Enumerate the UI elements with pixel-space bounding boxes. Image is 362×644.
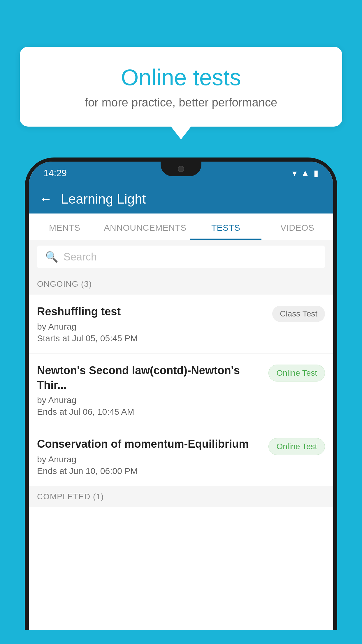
test-by-2: by Anurag: [37, 395, 263, 405]
test-badge-2: Online Test: [268, 365, 325, 382]
tab-videos[interactable]: VIDEOS: [261, 214, 333, 240]
app-header: ← Learning Light: [29, 184, 333, 214]
phone-container: 14:29 ▾ ▲ ▮ ← Learning Light MENTS ANNOU…: [25, 158, 337, 644]
phone-screen: 14:29 ▾ ▲ ▮ ← Learning Light MENTS ANNOU…: [29, 162, 333, 630]
test-item-1[interactable]: Reshuffling test by Anurag Starts at Jul…: [29, 295, 333, 354]
back-button[interactable]: ←: [39, 192, 52, 205]
tabs-bar: MENTS ANNOUNCEMENTS TESTS VIDEOS: [29, 214, 333, 240]
search-container: 🔍 Search: [29, 240, 333, 274]
test-badge-1: Class Test: [272, 306, 325, 322]
test-item-3[interactable]: Conservation of momentum-Equilibrium by …: [29, 427, 333, 486]
status-bar: 14:29 ▾ ▲ ▮: [29, 162, 333, 184]
test-item-2[interactable]: Newton's Second law(contd)-Newton's Thir…: [29, 354, 333, 427]
tab-ments[interactable]: MENTS: [29, 214, 101, 240]
bubble-title: Online tests: [40, 64, 322, 91]
test-by-1: by Anurag: [37, 322, 266, 332]
status-icons: ▾ ▲ ▮: [292, 168, 319, 178]
speech-bubble-container: Online tests for more practice, better p…: [20, 47, 342, 127]
search-bar[interactable]: 🔍 Search: [37, 246, 325, 268]
test-info-2: Newton's Second law(contd)-Newton's Thir…: [37, 363, 263, 417]
tab-announcements[interactable]: ANNOUNCEMENTS: [101, 214, 190, 240]
test-name-2: Newton's Second law(contd)-Newton's Thir…: [37, 363, 263, 392]
test-name-3: Conservation of momentum-Equilibrium: [37, 437, 263, 451]
signal-icon: ▲: [301, 168, 310, 178]
tab-tests[interactable]: TESTS: [190, 214, 262, 240]
notch: [161, 162, 201, 176]
phone-frame: 14:29 ▾ ▲ ▮ ← Learning Light MENTS ANNOU…: [25, 158, 337, 630]
test-list: Reshuffling test by Anurag Starts at Jul…: [29, 295, 333, 486]
ongoing-section-header: ONGOING (3): [29, 274, 333, 295]
battery-icon: ▮: [314, 168, 319, 178]
completed-section-header: COMPLETED (1): [29, 486, 333, 507]
test-time-2: Ends at Jul 06, 10:45 AM: [37, 407, 263, 417]
search-icon: 🔍: [45, 251, 58, 263]
test-info-1: Reshuffling test by Anurag Starts at Jul…: [37, 304, 266, 343]
test-info-3: Conservation of momentum-Equilibrium by …: [37, 437, 263, 476]
speech-bubble: Online tests for more practice, better p…: [20, 47, 342, 127]
test-time-3: Ends at Jun 10, 06:00 PM: [37, 466, 263, 476]
wifi-icon: ▾: [292, 168, 297, 178]
test-badge-3: Online Test: [268, 438, 325, 455]
test-name-1: Reshuffling test: [37, 304, 266, 319]
status-time: 14:29: [43, 168, 67, 178]
bubble-subtitle: for more practice, better performance: [40, 96, 322, 109]
test-by-3: by Anurag: [37, 454, 263, 464]
search-input[interactable]: Search: [64, 251, 97, 263]
app-title: Learning Light: [61, 191, 146, 207]
test-time-1: Starts at Jul 05, 05:45 PM: [37, 333, 266, 343]
camera: [178, 166, 184, 172]
